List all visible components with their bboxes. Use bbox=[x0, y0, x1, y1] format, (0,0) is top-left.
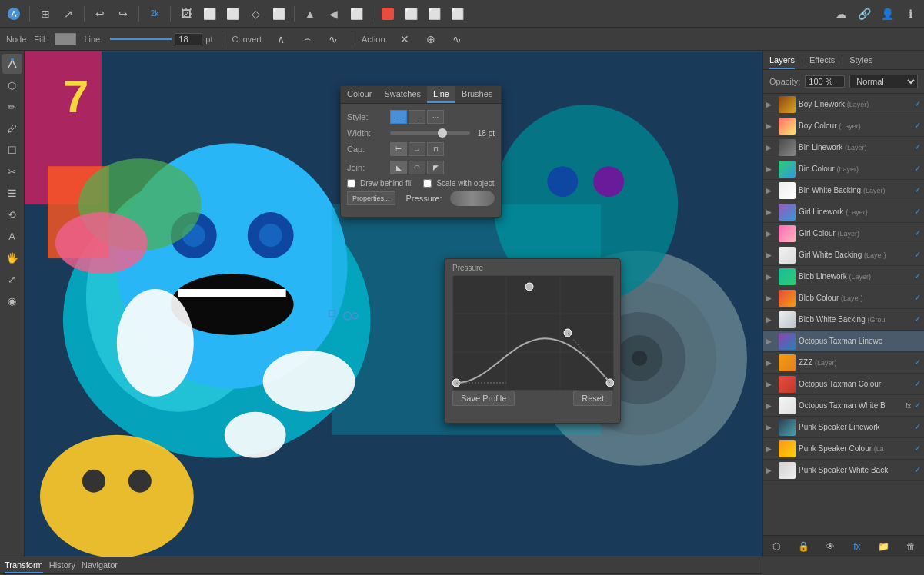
layer-item[interactable]: ▶ Girl White Backing (Layer) ✓ bbox=[763, 244, 924, 266]
style-solid-btn[interactable]: — bbox=[390, 110, 407, 124]
pressure-curve[interactable] bbox=[452, 275, 614, 391]
layer-visibility-check[interactable]: ✓ bbox=[914, 250, 921, 260]
triangle-icon[interactable]: ▲ bbox=[301, 5, 319, 23]
layer-item[interactable]: ▶ Girl Colour (Layer) ✓ bbox=[763, 223, 924, 244]
layer-visibility-check[interactable]: ✓ bbox=[914, 444, 921, 454]
fill-tool[interactable]: ◉ bbox=[2, 291, 22, 311]
layer-item[interactable]: ▶ Boy Colour (Layer) ✓ bbox=[763, 115, 924, 137]
visibility-btn[interactable]: 👁 bbox=[821, 537, 839, 556]
layer-item[interactable]: ▶ Boy Linework (Layer) ✓ bbox=[763, 94, 924, 115]
layer-item[interactable]: ▶ Bin White Backing (Layer) ✓ bbox=[763, 180, 924, 201]
convert-smart-btn[interactable]: ∿ bbox=[324, 30, 342, 48]
layer-item[interactable]: ▶ Punk Speaker White Back ✓ bbox=[763, 460, 924, 481]
join-bevel-btn[interactable]: ◤ bbox=[427, 161, 444, 174]
export-icon[interactable]: 🖼 bbox=[177, 5, 195, 23]
layer-visibility-check[interactable]: ✓ bbox=[914, 379, 921, 389]
link-icon[interactable]: 🔗 bbox=[855, 5, 873, 23]
layer-visibility-check[interactable]: ✓ bbox=[914, 164, 921, 174]
arrange-icon[interactable]: ⬜ bbox=[200, 5, 218, 23]
panel-icon[interactable]: ⬜ bbox=[402, 5, 420, 23]
action-join-btn[interactable]: ⊕ bbox=[422, 30, 440, 48]
layer-expand-icon[interactable]: ▶ bbox=[766, 187, 776, 194]
layer-expand-icon[interactable]: ▶ bbox=[766, 445, 776, 453]
layer-expand-icon[interactable]: ▶ bbox=[766, 337, 776, 345]
back-icon[interactable]: ◀ bbox=[324, 5, 342, 23]
layer-expand-icon[interactable]: ▶ bbox=[766, 230, 776, 238]
draw-behind-checkbox[interactable] bbox=[347, 179, 355, 188]
cap-butt-btn[interactable]: ⊢ bbox=[390, 142, 407, 156]
shape-tool[interactable]: ☐ bbox=[2, 140, 22, 160]
line-tab[interactable]: Line bbox=[427, 86, 455, 103]
shape-icon[interactable]: ⬜ bbox=[347, 5, 365, 23]
blend-mode-select[interactable]: Normal Multiply Screen bbox=[849, 75, 918, 88]
layer-visibility-check[interactable]: ✓ bbox=[914, 401, 921, 410]
layer-visibility-check[interactable]: ✓ bbox=[914, 142, 921, 152]
layer-expand-icon[interactable]: ▶ bbox=[766, 316, 776, 324]
style-dot-btn[interactable]: ··· bbox=[427, 110, 444, 124]
view-icon[interactable]: ⬜ bbox=[223, 5, 242, 23]
properties-btn[interactable]: Properties... bbox=[347, 191, 395, 205]
layer-item[interactable]: ▶ Blob Colour (Layer) ✓ bbox=[763, 288, 924, 309]
layer-visibility-check[interactable]: ✓ bbox=[914, 99, 921, 109]
layer-item[interactable]: ▶ Bin Linework (Layer) ✓ bbox=[763, 137, 924, 158]
fill-swatch[interactable] bbox=[55, 33, 76, 45]
layer-visibility-check[interactable]: ✓ bbox=[914, 207, 921, 217]
brushes-tab[interactable]: Brushes bbox=[455, 86, 499, 103]
settings-icon[interactable]: ⬜ bbox=[425, 5, 443, 23]
layer-expand-icon[interactable]: ▶ bbox=[766, 424, 776, 431]
action-wave-btn[interactable]: ∿ bbox=[448, 30, 466, 48]
history-tab-btn[interactable]: History bbox=[49, 560, 75, 573]
hand-tool[interactable]: 🖐 bbox=[2, 248, 22, 268]
layer-visibility-check[interactable]: ✓ bbox=[914, 357, 921, 367]
tools-icon[interactable]: ⬜ bbox=[448, 5, 466, 23]
layer-expand-icon[interactable]: ▶ bbox=[766, 294, 776, 302]
layer-item[interactable]: ▶ Punk Speaker Colour (La ✓ bbox=[763, 438, 924, 460]
pencil-tool[interactable]: 🖊 bbox=[2, 118, 22, 138]
constraint-icon[interactable]: ◇ bbox=[246, 5, 265, 23]
colour-tab[interactable]: Colour bbox=[341, 86, 378, 103]
reset-btn[interactable]: Reset bbox=[573, 391, 612, 406]
width-slider[interactable] bbox=[390, 131, 470, 135]
redo-icon[interactable]: ↪ bbox=[114, 5, 132, 23]
layer-visibility-check[interactable]: ✓ bbox=[914, 121, 921, 131]
layer-item[interactable]: ▶ Octopus Taxman Colour ✓ bbox=[763, 374, 924, 395]
save-profile-btn[interactable]: Save Profile bbox=[452, 391, 515, 406]
layer-expand-icon[interactable]: ▶ bbox=[766, 251, 776, 259]
info-icon[interactable]: ℹ bbox=[901, 5, 919, 23]
style-dash-btn[interactable]: - - bbox=[409, 110, 425, 124]
layer-visibility-check[interactable]: ✓ bbox=[914, 185, 921, 195]
layer-visibility-check[interactable]: ✓ bbox=[914, 228, 921, 238]
user-icon[interactable]: 👤 bbox=[878, 5, 896, 23]
add-layer-btn[interactable]: ⬡ bbox=[767, 537, 786, 556]
layer-expand-icon[interactable]: ▶ bbox=[766, 208, 776, 216]
join-miter-btn[interactable]: ◣ bbox=[390, 161, 407, 174]
layer-visibility-check[interactable]: ✓ bbox=[914, 293, 921, 303]
layer-item[interactable]: ▶ Bin Colour (Layer) ✓ bbox=[763, 158, 924, 180]
opacity-input[interactable] bbox=[805, 75, 845, 88]
swatches-tab[interactable]: Swatches bbox=[378, 86, 427, 103]
layer-expand-icon[interactable]: ▶ bbox=[766, 359, 776, 367]
join-round-btn[interactable]: ◠ bbox=[409, 161, 425, 174]
pen-tool[interactable]: ✏ bbox=[2, 97, 22, 117]
cap-square-btn[interactable]: ⊓ bbox=[427, 142, 444, 156]
node-tool[interactable] bbox=[2, 54, 22, 74]
layer-expand-icon[interactable]: ▶ bbox=[766, 101, 776, 108]
chat-icon[interactable]: ☁ bbox=[832, 5, 850, 23]
action-break-btn[interactable]: ✕ bbox=[395, 30, 414, 48]
layer-visibility-check[interactable]: ✓ bbox=[914, 271, 921, 281]
zoom-tool[interactable]: ⤢ bbox=[2, 269, 22, 289]
layer-expand-icon[interactable]: ▶ bbox=[766, 122, 776, 130]
layer-item[interactable]: ▶ Blob White Backing (Grou ✓ bbox=[763, 309, 924, 331]
layer-visibility-check[interactable]: ✓ bbox=[914, 422, 921, 432]
transform-tab-btn[interactable]: Transform bbox=[5, 560, 43, 573]
effects-btn[interactable]: fx bbox=[848, 537, 866, 556]
delete-layer-btn[interactable]: 🗑 bbox=[902, 537, 920, 556]
canvas-area[interactable]: 7 ROCK bbox=[25, 51, 762, 557]
layer-visibility-check[interactable]: ✓ bbox=[914, 465, 921, 475]
styles-tab[interactable]: Styles bbox=[849, 55, 872, 69]
effects-tab[interactable]: Effects bbox=[809, 55, 835, 69]
undo-icon[interactable]: ↩ bbox=[91, 5, 109, 23]
layer-item[interactable]: ▶ Punk Speaker Linework ✓ bbox=[763, 417, 924, 438]
menu-tool[interactable]: ☰ bbox=[2, 183, 22, 203]
grid-icon[interactable]: ⬜ bbox=[269, 5, 288, 23]
